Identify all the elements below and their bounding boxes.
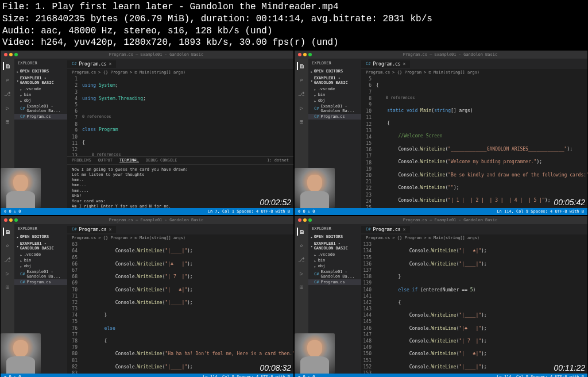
search-icon[interactable]: ⌕ [3, 241, 11, 249]
editor-tabs: C# Program.cs × [67, 59, 293, 69]
minimize-icon[interactable] [303, 53, 307, 56]
minimize-icon[interactable] [9, 218, 13, 222]
terminal-tabs: PROBLEMS OUTPUT TERMINAL DEBUG CONSOLE 1… [67, 157, 293, 165]
screenshot-grid: Program.cs — Example01 - Gandolon Basic … [0, 50, 588, 377]
window-title: Program.cs — Example01 - Gandolon Basic [316, 52, 584, 57]
project-section[interactable]: ▾EXAMPLE01 - GANDOLON BASIC [14, 75, 67, 86]
webcam-overlay [295, 333, 335, 374]
sidebar-title: EXPLORER [14, 59, 67, 68]
search-icon[interactable]: ⌕ [3, 76, 11, 84]
sidebar-item-bin[interactable]: ▸bin [14, 92, 67, 98]
sidebar-item-vscode[interactable]: ▸.vscode [14, 86, 67, 92]
close-icon[interactable] [298, 218, 301, 222]
sidebar-item-obj[interactable]: ▸obj [14, 98, 67, 103]
tab-debug-console[interactable]: DEBUG CONSOLE [146, 158, 177, 163]
explorer-icon[interactable]: 🗎 [3, 62, 11, 70]
tab-terminal[interactable]: TERMINAL [119, 158, 139, 163]
sidebar-item-csproj[interactable]: C#Example01 - Gandolon Ba... [14, 103, 67, 114]
git-icon[interactable]: ⎇ [297, 90, 305, 98]
tab-program[interactable]: C#Program.cs× [67, 226, 116, 233]
extensions-icon[interactable]: ⊞ [3, 117, 11, 125]
tab-close-icon[interactable]: × [403, 227, 406, 232]
debug-icon[interactable]: ▷ [3, 269, 11, 277]
size-line: Size: 216840235 bytes (206.79 MiB), dura… [2, 13, 586, 25]
project-section[interactable]: ▾EXAMPLE01 - GANDOLON BASIC [308, 75, 361, 86]
minimize-icon[interactable] [303, 218, 307, 222]
code-content[interactable]: using System; using System.Threading; 0 … [80, 76, 293, 156]
code-editor[interactable]: 6364656667686970717273747576777879808182… [67, 241, 293, 374]
code-editor[interactable]: 1331341351361371381391401411421431441451… [361, 241, 587, 374]
tab-close-icon[interactable]: × [109, 61, 112, 67]
statusbar: ⊘ 0 ⚠ 0Ln 114, Col 9 Spaces: 4 UTF-8 wit… [295, 374, 587, 377]
extensions-icon[interactable]: ⊞ [297, 117, 305, 125]
open-editors-section[interactable]: ▸OPEN EDITORS [308, 68, 361, 75]
timestamp: 00:11:22 [554, 363, 586, 372]
line-gutter: 5678910111213141516171819202122232425262… [361, 76, 374, 208]
sidebar-item[interactable]: ▸.vscode [308, 86, 361, 92]
maximize-icon[interactable] [14, 53, 18, 56]
file-info-header: File: 1. Play first learn later - Gandol… [0, 0, 588, 50]
debug-icon[interactable]: ▷ [297, 103, 305, 111]
explorer-icon[interactable]: 🗎 [297, 228, 305, 236]
terminal-shell[interactable]: 1: dotnet [267, 158, 289, 163]
statusbar: ⊘ 0 ⚠ 0Ln 114, Col 9 Spaces: 4 UTF-8 wit… [1, 374, 293, 377]
statusbar: ⊘ 0 ⚠ 0 Ln 7, Col 1 Spaces: 4 UTF-8 with… [1, 208, 293, 215]
statusbar: ⊘ 0 ⚠ 0Ln 114, Col 9 Spaces: 4 UTF-8 wit… [295, 208, 587, 215]
pane-topright: Program.cs — Example01 - Gandolon Basic … [294, 50, 588, 216]
audio-line: Audio: aac, 48000 Hz, stereo, s16, 128 k… [2, 25, 586, 37]
explorer-icon[interactable]: 🗎 [297, 62, 305, 70]
tab-close-icon[interactable]: × [109, 227, 112, 232]
sidebar-item[interactable]: C#Example01 - Gandolon Ba... [308, 103, 361, 114]
sidebar-item[interactable]: ▸obj [308, 98, 361, 103]
tab-problems[interactable]: PROBLEMS [72, 158, 91, 163]
titlebar: Program.cs — Example01 - Gandolon Basic [295, 51, 587, 59]
git-icon[interactable]: ⎇ [297, 255, 305, 263]
breadcrumb[interactable]: Program.cs > {} Program > ⊡ Main(string[… [67, 69, 293, 76]
extensions-icon[interactable]: ⊞ [297, 283, 305, 291]
minimize-icon[interactable] [9, 53, 13, 56]
search-icon[interactable]: ⌕ [297, 241, 305, 249]
pane-topleft: Program.cs — Example01 - Gandolon Basic … [0, 50, 294, 216]
pane-bottomleft: Program.cs — Example01 - Gandolon Basic … [0, 216, 294, 377]
code-editor[interactable]: 12345678910111213 using System; using Sy… [67, 76, 293, 156]
git-icon[interactable]: ⎇ [3, 255, 11, 263]
tab-program[interactable]: C#Program.cs× [361, 226, 410, 233]
titlebar: Program.cs — Example01 - Gandolon Basic [1, 51, 293, 59]
file-line: File: 1. Play first learn later - Gandol… [2, 1, 586, 13]
webcam-overlay [1, 168, 41, 208]
close-icon[interactable] [4, 53, 7, 56]
video-line: Video: h264, yuv420p, 1280x720, 1893 kb/… [2, 37, 586, 49]
tab-program[interactable]: C#Program.cs× [361, 60, 410, 68]
explorer-icon[interactable]: 🗎 [3, 228, 11, 236]
code-content[interactable]: { 0 references static void Main(string[]… [374, 76, 587, 208]
status-right[interactable]: Ln 7, Col 1 Spaces: 4 UTF-8 with B [208, 209, 290, 214]
close-icon[interactable] [298, 53, 301, 56]
tab-program[interactable]: C# Program.cs × [67, 60, 116, 68]
line-gutter: 12345678910111213 [67, 76, 80, 156]
git-icon[interactable]: ⎇ [3, 90, 11, 98]
maximize-icon[interactable] [14, 218, 18, 222]
extensions-icon[interactable]: ⊞ [3, 283, 11, 291]
open-editors-section[interactable]: ▸OPEN EDITORS [14, 68, 67, 75]
sidebar-item-program[interactable]: C#Program.cs [14, 114, 67, 120]
editor-area: C# Program.cs × Program.cs > {} Program … [67, 59, 293, 208]
status-left[interactable]: ⊘ 0 ⚠ 0 [4, 209, 21, 214]
search-icon[interactable]: ⌕ [297, 76, 305, 84]
webcam-overlay [295, 168, 335, 208]
window-title: Program.cs — Example01 - Gandolon Basic [22, 52, 290, 57]
tab-close-icon[interactable]: × [403, 61, 406, 67]
sidebar-item[interactable]: C#Program.cs [308, 114, 361, 120]
close-icon[interactable] [4, 218, 7, 222]
pane-bottomright: Program.cs — Example01 - Gandolon Basic … [294, 216, 588, 377]
sidebar-item[interactable]: ▸bin [308, 92, 361, 98]
maximize-icon[interactable] [308, 218, 312, 222]
tab-output[interactable]: OUTPUT [98, 158, 113, 163]
maximize-icon[interactable] [308, 53, 312, 56]
code-editor[interactable]: 5678910111213141516171819202122232425262… [361, 76, 587, 208]
timestamp: 00:08:32 [260, 363, 292, 372]
debug-icon[interactable]: ▷ [297, 269, 305, 277]
titlebar: Program.cs — Example01 - Gandolon Basic [1, 216, 293, 224]
timestamp: 00:05:42 [554, 198, 586, 207]
breadcrumb[interactable]: Program.cs > {} Program > ⊡ Main(string[… [361, 69, 587, 76]
debug-icon[interactable]: ▷ [3, 103, 11, 111]
